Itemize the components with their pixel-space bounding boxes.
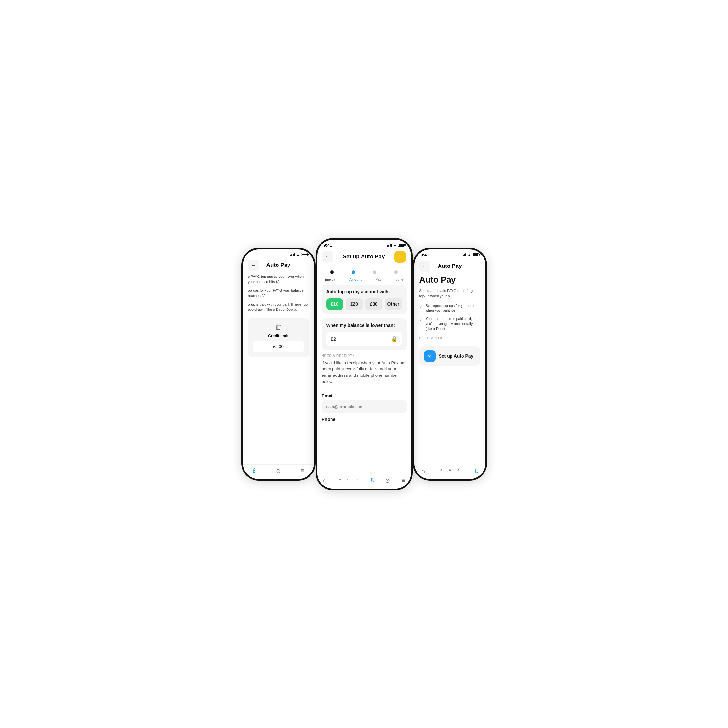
lightning-icon: ⚡ <box>396 253 404 260</box>
signal-icon <box>290 253 295 256</box>
step-dot-energy <box>330 271 334 274</box>
credit-limit-label: Credit limit <box>253 334 304 338</box>
bottom-nav-left: £ ⊙ ≡ <box>243 464 314 479</box>
step-label-energy: Energy <box>325 278 335 281</box>
time-center: 9:41 <box>324 243 332 248</box>
auto-pay-description: Set up automatic PAYG top-u forget to to… <box>419 288 480 299</box>
step-line-2 <box>355 272 373 272</box>
step-dot-amount <box>352 271 355 274</box>
scene: ▲ ← Auto Pay c PAYG top-ups so you never… <box>219 219 510 510</box>
currency-icon-center: £ <box>370 477 373 484</box>
bottom-nav-center: ⌂ ⚬—⚬—⚬ £ ⊙ ≡ <box>317 474 411 489</box>
checkmark-icon-2: ✓ <box>419 317 423 323</box>
left-text-2: op-ups for your PAYG your balance reache… <box>248 288 309 298</box>
status-bar-center: 9:41 ▲ <box>317 240 411 249</box>
left-text-1: c PAYG top-ups so you never when your ba… <box>248 274 309 284</box>
menu-icon: ≡ <box>300 467 304 474</box>
wifi-icon: ▲ <box>296 252 300 257</box>
nav-item-activity-center[interactable]: ⚬—⚬—⚬ <box>338 477 359 484</box>
auto-pay-heading: Auto Pay <box>419 275 480 285</box>
lightning-button[interactable]: ⚡ <box>394 251 406 263</box>
credit-limit-card: 🗑 Credit limit £2.00 <box>248 318 309 357</box>
nav-item-currency[interactable]: £ <box>252 467 256 474</box>
setup-autopay-button[interactable]: ∞ Set up Auto Pay <box>419 346 480 366</box>
lock-icon: 🔒 <box>391 336 398 342</box>
phone-center: 9:41 ▲ ← Set up Auto Pay ⚡ <box>316 238 413 490</box>
wifi-icon-center: ▲ <box>393 243 397 247</box>
nav-item-currency-center[interactable]: £ <box>370 477 373 484</box>
phone-group: Phone <box>317 417 411 428</box>
status-bar-left: ▲ <box>243 249 314 258</box>
steps-dots-row <box>324 268 405 277</box>
amount-btn-10[interactable]: £10 <box>326 298 343 310</box>
nav-item-menu[interactable]: ≡ <box>300 467 304 474</box>
check-text-2: Your auto top-up is paid card, so you'll… <box>426 316 480 331</box>
balance-card-title: When my balance is lower than: <box>326 323 402 328</box>
nav-item-help[interactable]: ⊙ <box>276 467 281 474</box>
phone-left: ▲ ← Auto Pay c PAYG top-ups so you never… <box>241 248 316 480</box>
back-arrow-icon-right: ← <box>422 263 428 269</box>
amount-card: Auto top-up my account with: £10 £20 £30… <box>322 284 407 314</box>
step-line-3 <box>376 272 394 272</box>
status-icons-center: ▲ <box>387 243 404 247</box>
nav-item-currency-right[interactable]: £ <box>475 468 478 474</box>
nav-item-home-center[interactable]: ⌂ <box>323 477 326 484</box>
back-arrow-icon: ← <box>251 262 256 268</box>
currency-icon-right: £ <box>475 468 478 474</box>
receipt-text: If you'd like a receipt when your Auto P… <box>322 359 407 385</box>
step-labels: Energy Amount Pay Done <box>324 277 405 284</box>
home-icon-center: ⌂ <box>323 477 326 484</box>
home-icon-right: ⌂ <box>421 468 425 474</box>
receipt-section: NEED A RECEIPT? If you'd like a receipt … <box>317 354 411 393</box>
right-content: Auto Pay Set up automatic PAYG top-u for… <box>414 275 485 366</box>
phone-right: 9:41 ▲ ← Auto Pay Auto Pay Set up automa… <box>413 248 487 480</box>
status-icons-right: ▲ <box>462 253 479 257</box>
receipt-label: NEED A RECEIPT? <box>322 354 407 358</box>
back-button-right[interactable]: ← <box>419 261 430 272</box>
battery-icon <box>301 253 307 256</box>
wifi-icon-right: ▲ <box>468 253 471 257</box>
balance-field[interactable]: £2 🔒 <box>326 332 402 346</box>
currency-icon: £ <box>252 467 256 474</box>
nav-header-right: ← Auto Pay <box>414 259 485 275</box>
help-icon-center: ⊙ <box>385 477 390 484</box>
step-label-done: Done <box>396 278 403 281</box>
email-input[interactable] <box>322 401 407 413</box>
page-title-left: Auto Pay <box>266 262 291 268</box>
activity-icon-center: ⚬—⚬—⚬ <box>338 477 359 482</box>
signal-icon-right <box>462 253 466 257</box>
divider <box>419 343 480 343</box>
balance-value: £2 <box>331 336 336 341</box>
step-line-1 <box>334 272 352 272</box>
status-icons-left: ▲ <box>290 252 307 257</box>
help-icon: ⊙ <box>276 467 281 474</box>
trash-icon[interactable]: 🗑 <box>253 323 304 331</box>
nav-item-menu-center[interactable]: ≡ <box>402 477 405 484</box>
progress-container: Energy Amount Pay Done <box>317 266 411 284</box>
bottom-nav-right: ⌂ ⚬—⚬—⚬ £ <box>414 465 485 479</box>
setup-btn-label: Set up Auto Pay <box>439 353 474 359</box>
signal-icon-center <box>387 243 392 247</box>
time-right: 9:41 <box>421 252 429 257</box>
check-text-1: Set repeat top-ups for yo meter when you… <box>426 303 480 314</box>
step-dot-pay <box>373 271 376 274</box>
battery-icon-center <box>398 243 405 247</box>
nav-item-help-center[interactable]: ⊙ <box>385 477 390 484</box>
nav-item-activity-right[interactable]: ⚬—⚬—⚬ <box>439 468 460 474</box>
amount-btn-other[interactable]: Other <box>385 298 402 310</box>
amount-card-title: Auto top-up my account with: <box>326 289 402 294</box>
back-button-center[interactable]: ← <box>323 251 333 262</box>
nav-item-home-right[interactable]: ⌂ <box>421 468 425 474</box>
back-button-left[interactable]: ← <box>248 260 259 271</box>
amount-btn-20[interactable]: £20 <box>346 298 363 310</box>
email-group: Email <box>317 393 411 417</box>
balance-card: When my balance is lower than: £2 🔒 <box>322 318 407 350</box>
check-item-2: ✓ Your auto top-up is paid card, so you'… <box>419 316 480 331</box>
get-started-label: GET STARTED <box>419 336 480 340</box>
nav-title-center: Set up Auto Pay <box>343 254 385 260</box>
step-label-amount: Amount <box>349 278 362 281</box>
amount-btn-30[interactable]: £30 <box>366 298 382 310</box>
checkmark-icon-1: ✓ <box>419 304 423 309</box>
activity-icon-right: ⚬—⚬—⚬ <box>439 468 460 473</box>
check-list: ✓ Set repeat top-ups for yo meter when y… <box>419 303 480 332</box>
